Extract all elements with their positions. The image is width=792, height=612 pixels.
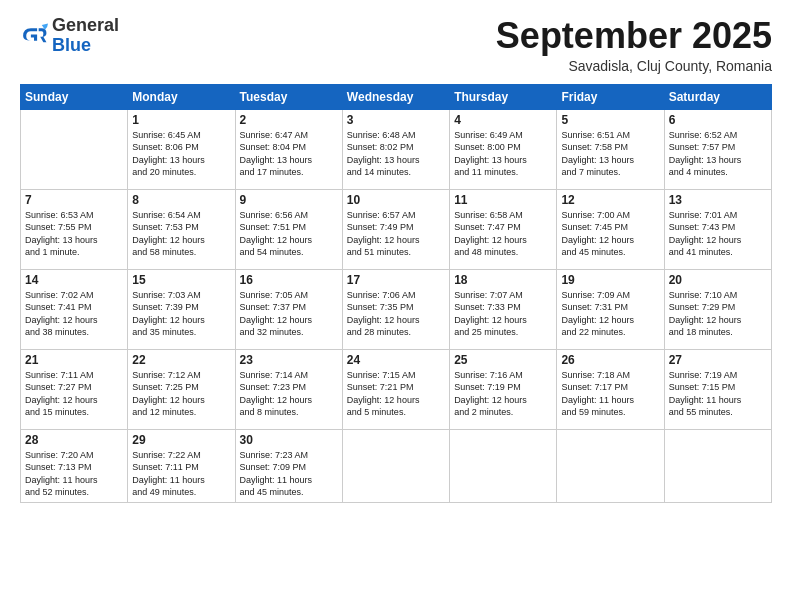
- day-info: Sunrise: 6:51 AMSunset: 7:58 PMDaylight:…: [561, 129, 659, 179]
- day-number: 4: [454, 113, 552, 127]
- day-info: Sunrise: 7:06 AMSunset: 7:35 PMDaylight:…: [347, 289, 445, 339]
- day-number: 22: [132, 353, 230, 367]
- day-number: 21: [25, 353, 123, 367]
- day-info: Sunrise: 6:58 AMSunset: 7:47 PMDaylight:…: [454, 209, 552, 259]
- day-info: Sunrise: 6:52 AMSunset: 7:57 PMDaylight:…: [669, 129, 767, 179]
- day-info: Sunrise: 7:02 AMSunset: 7:41 PMDaylight:…: [25, 289, 123, 339]
- header-tuesday: Tuesday: [235, 84, 342, 109]
- table-cell: 26Sunrise: 7:18 AMSunset: 7:17 PMDayligh…: [557, 349, 664, 429]
- table-cell: 6Sunrise: 6:52 AMSunset: 7:57 PMDaylight…: [664, 109, 771, 189]
- day-info: Sunrise: 7:05 AMSunset: 7:37 PMDaylight:…: [240, 289, 338, 339]
- day-number: 10: [347, 193, 445, 207]
- table-cell: 28Sunrise: 7:20 AMSunset: 7:13 PMDayligh…: [21, 429, 128, 502]
- table-cell: 5Sunrise: 6:51 AMSunset: 7:58 PMDaylight…: [557, 109, 664, 189]
- day-number: 1: [132, 113, 230, 127]
- day-number: 29: [132, 433, 230, 447]
- logo-general: General: [52, 16, 119, 36]
- day-info: Sunrise: 6:48 AMSunset: 8:02 PMDaylight:…: [347, 129, 445, 179]
- header-sunday: Sunday: [21, 84, 128, 109]
- day-number: 23: [240, 353, 338, 367]
- table-cell: 15Sunrise: 7:03 AMSunset: 7:39 PMDayligh…: [128, 269, 235, 349]
- day-info: Sunrise: 7:10 AMSunset: 7:29 PMDaylight:…: [669, 289, 767, 339]
- day-info: Sunrise: 7:20 AMSunset: 7:13 PMDaylight:…: [25, 449, 123, 499]
- logo: General Blue: [20, 16, 119, 56]
- header-thursday: Thursday: [450, 84, 557, 109]
- day-info: Sunrise: 7:16 AMSunset: 7:19 PMDaylight:…: [454, 369, 552, 419]
- day-number: 6: [669, 113, 767, 127]
- table-cell: 20Sunrise: 7:10 AMSunset: 7:29 PMDayligh…: [664, 269, 771, 349]
- day-number: 20: [669, 273, 767, 287]
- table-cell: 10Sunrise: 6:57 AMSunset: 7:49 PMDayligh…: [342, 189, 449, 269]
- header-monday: Monday: [128, 84, 235, 109]
- month-title: September 2025: [496, 16, 772, 56]
- table-cell: 17Sunrise: 7:06 AMSunset: 7:35 PMDayligh…: [342, 269, 449, 349]
- table-cell: 30Sunrise: 7:23 AMSunset: 7:09 PMDayligh…: [235, 429, 342, 502]
- table-cell: 2Sunrise: 6:47 AMSunset: 8:04 PMDaylight…: [235, 109, 342, 189]
- day-number: 5: [561, 113, 659, 127]
- day-number: 17: [347, 273, 445, 287]
- day-info: Sunrise: 7:00 AMSunset: 7:45 PMDaylight:…: [561, 209, 659, 259]
- day-number: 7: [25, 193, 123, 207]
- table-cell: 14Sunrise: 7:02 AMSunset: 7:41 PMDayligh…: [21, 269, 128, 349]
- day-info: Sunrise: 6:47 AMSunset: 8:04 PMDaylight:…: [240, 129, 338, 179]
- day-number: 19: [561, 273, 659, 287]
- day-info: Sunrise: 7:07 AMSunset: 7:33 PMDaylight:…: [454, 289, 552, 339]
- table-cell: 16Sunrise: 7:05 AMSunset: 7:37 PMDayligh…: [235, 269, 342, 349]
- table-cell: 9Sunrise: 6:56 AMSunset: 7:51 PMDaylight…: [235, 189, 342, 269]
- day-info: Sunrise: 6:54 AMSunset: 7:53 PMDaylight:…: [132, 209, 230, 259]
- day-number: 24: [347, 353, 445, 367]
- table-cell: 29Sunrise: 7:22 AMSunset: 7:11 PMDayligh…: [128, 429, 235, 502]
- day-info: Sunrise: 7:15 AMSunset: 7:21 PMDaylight:…: [347, 369, 445, 419]
- day-info: Sunrise: 7:19 AMSunset: 7:15 PMDaylight:…: [669, 369, 767, 419]
- day-number: 27: [669, 353, 767, 367]
- day-info: Sunrise: 6:49 AMSunset: 8:00 PMDaylight:…: [454, 129, 552, 179]
- table-cell: [342, 429, 449, 502]
- day-info: Sunrise: 7:18 AMSunset: 7:17 PMDaylight:…: [561, 369, 659, 419]
- day-number: 8: [132, 193, 230, 207]
- table-cell: 12Sunrise: 7:00 AMSunset: 7:45 PMDayligh…: [557, 189, 664, 269]
- table-cell: 1Sunrise: 6:45 AMSunset: 8:06 PMDaylight…: [128, 109, 235, 189]
- day-number: 2: [240, 113, 338, 127]
- day-number: 16: [240, 273, 338, 287]
- table-cell: 19Sunrise: 7:09 AMSunset: 7:31 PMDayligh…: [557, 269, 664, 349]
- table-cell: 7Sunrise: 6:53 AMSunset: 7:55 PMDaylight…: [21, 189, 128, 269]
- day-info: Sunrise: 7:09 AMSunset: 7:31 PMDaylight:…: [561, 289, 659, 339]
- day-number: 11: [454, 193, 552, 207]
- day-number: 18: [454, 273, 552, 287]
- table-cell: 27Sunrise: 7:19 AMSunset: 7:15 PMDayligh…: [664, 349, 771, 429]
- table-cell: 21Sunrise: 7:11 AMSunset: 7:27 PMDayligh…: [21, 349, 128, 429]
- day-number: 14: [25, 273, 123, 287]
- table-cell: 8Sunrise: 6:54 AMSunset: 7:53 PMDaylight…: [128, 189, 235, 269]
- table-cell: 23Sunrise: 7:14 AMSunset: 7:23 PMDayligh…: [235, 349, 342, 429]
- title-block: September 2025 Savadisla, Cluj County, R…: [496, 16, 772, 74]
- table-cell: 4Sunrise: 6:49 AMSunset: 8:00 PMDaylight…: [450, 109, 557, 189]
- header-wednesday: Wednesday: [342, 84, 449, 109]
- day-info: Sunrise: 7:23 AMSunset: 7:09 PMDaylight:…: [240, 449, 338, 499]
- table-cell: [450, 429, 557, 502]
- header-friday: Friday: [557, 84, 664, 109]
- day-info: Sunrise: 6:45 AMSunset: 8:06 PMDaylight:…: [132, 129, 230, 179]
- day-info: Sunrise: 7:11 AMSunset: 7:27 PMDaylight:…: [25, 369, 123, 419]
- day-info: Sunrise: 6:56 AMSunset: 7:51 PMDaylight:…: [240, 209, 338, 259]
- day-info: Sunrise: 6:57 AMSunset: 7:49 PMDaylight:…: [347, 209, 445, 259]
- table-cell: 3Sunrise: 6:48 AMSunset: 8:02 PMDaylight…: [342, 109, 449, 189]
- table-cell: 22Sunrise: 7:12 AMSunset: 7:25 PMDayligh…: [128, 349, 235, 429]
- location: Savadisla, Cluj County, Romania: [496, 58, 772, 74]
- day-info: Sunrise: 7:03 AMSunset: 7:39 PMDaylight:…: [132, 289, 230, 339]
- day-info: Sunrise: 7:01 AMSunset: 7:43 PMDaylight:…: [669, 209, 767, 259]
- day-info: Sunrise: 6:53 AMSunset: 7:55 PMDaylight:…: [25, 209, 123, 259]
- table-cell: 18Sunrise: 7:07 AMSunset: 7:33 PMDayligh…: [450, 269, 557, 349]
- calendar: SundayMondayTuesdayWednesdayThursdayFrid…: [20, 84, 772, 503]
- table-cell: 11Sunrise: 6:58 AMSunset: 7:47 PMDayligh…: [450, 189, 557, 269]
- day-number: 25: [454, 353, 552, 367]
- table-cell: 13Sunrise: 7:01 AMSunset: 7:43 PMDayligh…: [664, 189, 771, 269]
- day-number: 12: [561, 193, 659, 207]
- day-number: 9: [240, 193, 338, 207]
- table-cell: 25Sunrise: 7:16 AMSunset: 7:19 PMDayligh…: [450, 349, 557, 429]
- table-cell: [21, 109, 128, 189]
- day-info: Sunrise: 7:14 AMSunset: 7:23 PMDaylight:…: [240, 369, 338, 419]
- day-number: 26: [561, 353, 659, 367]
- table-cell: 24Sunrise: 7:15 AMSunset: 7:21 PMDayligh…: [342, 349, 449, 429]
- day-number: 15: [132, 273, 230, 287]
- day-number: 30: [240, 433, 338, 447]
